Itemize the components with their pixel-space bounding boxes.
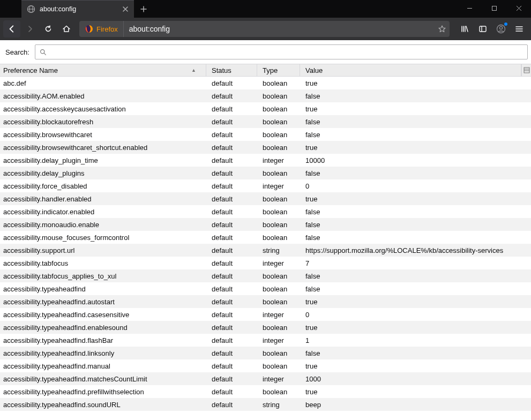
tab-favicon-globe-icon	[27, 5, 35, 13]
cell-name: accessibility.typeaheadfind.autostart	[0, 298, 206, 306]
cell-name: accessibility.tabfocus_applies_to_xul	[0, 272, 206, 280]
table-row[interactable]: accessibility.typeaheadfind.soundURLdefa…	[0, 398, 531, 411]
cell-value: 0	[300, 311, 531, 319]
table-row[interactable]: accessibility.typeaheadfind.enablesoundd…	[0, 321, 531, 334]
search-icon	[40, 49, 47, 56]
svg-point-8	[499, 26, 502, 29]
table-row[interactable]: accessibility.AOM.enableddefaultbooleanf…	[0, 89, 531, 102]
urlbar[interactable]: Firefox about:config	[79, 21, 450, 37]
cell-name: accessibility.delay_plugins	[0, 169, 206, 177]
profile-button[interactable]	[492, 20, 510, 38]
cell-status: default	[206, 195, 257, 203]
cell-type: boolean	[257, 324, 300, 332]
column-header-type-label: Type	[263, 66, 278, 74]
cell-type: integer	[257, 311, 300, 319]
window-close-button[interactable]	[506, 0, 531, 16]
back-button[interactable]	[3, 20, 20, 38]
table-row[interactable]: accessibility.typeaheadfind.casesensitiv…	[0, 308, 531, 321]
search-box[interactable]	[35, 44, 528, 59]
cell-value: false	[300, 118, 531, 126]
table-row[interactable]: accessibility.typeaheadfind.manualdefaul…	[0, 359, 531, 372]
cell-status: default	[206, 401, 257, 409]
identity-label: Firefox	[96, 25, 118, 33]
table-row[interactable]: accessibility.indicator.enableddefaultbo…	[0, 205, 531, 218]
cell-type: integer	[257, 259, 300, 267]
table-header: Preference Name ▲ Status Type Value	[0, 64, 531, 77]
svg-line-10	[44, 53, 46, 55]
cell-status: default	[206, 336, 257, 344]
table-row[interactable]: accessibility.accesskeycausesactivationd…	[0, 102, 531, 115]
column-header-status[interactable]: Status	[206, 64, 257, 76]
search-input[interactable]	[50, 48, 523, 57]
table-row[interactable]: accessibility.delay_pluginsdefaultboolea…	[0, 167, 531, 179]
cell-value: false	[300, 221, 531, 229]
column-picker-button[interactable]	[521, 64, 531, 76]
sidebar-button[interactable]	[474, 20, 491, 38]
search-label: Search:	[3, 48, 29, 56]
column-header-value[interactable]: Value	[300, 64, 521, 76]
cell-status: default	[206, 208, 257, 216]
column-header-name[interactable]: Preference Name ▲	[0, 64, 206, 76]
window-minimize-button[interactable]	[457, 0, 482, 16]
table-row[interactable]: accessibility.typeaheadfind.flashBardefa…	[0, 334, 531, 347]
new-tab-button[interactable]	[136, 2, 151, 17]
window-maximize-button[interactable]	[482, 0, 506, 16]
table-row[interactable]: accessibility.browsewithcaretdefaultbool…	[0, 128, 531, 141]
table-row[interactable]: accessibility.typeaheadfind.linksonlydef…	[0, 347, 531, 359]
preferences-table-body[interactable]: abc.defdefaultbooleantrueaccessibility.A…	[0, 77, 531, 420]
cell-type: boolean	[257, 144, 300, 152]
cell-status: default	[206, 105, 257, 113]
cell-name: accessibility.typeaheadfind.enablesound	[0, 324, 206, 332]
cell-name: accessibility.mouse_focuses_formcontrol	[0, 234, 206, 242]
cell-status: default	[206, 259, 257, 267]
table-row[interactable]: accessibility.typeaheadfinddefaultboolea…	[0, 282, 531, 295]
app-menu-button[interactable]	[511, 20, 528, 38]
cell-type: boolean	[257, 208, 300, 216]
table-row[interactable]: accessibility.typeaheadfind.matchesCount…	[0, 372, 531, 385]
cell-value: true	[300, 195, 531, 203]
cell-value: false	[300, 234, 531, 242]
cell-type: boolean	[257, 298, 300, 306]
column-header-type[interactable]: Type	[257, 64, 300, 76]
table-row[interactable]: accessibility.handler.enableddefaultbool…	[0, 192, 531, 205]
table-row[interactable]: accessibility.support.urldefaultstringht…	[0, 244, 531, 257]
cell-name: accessibility.typeaheadfind.flashBar	[0, 336, 206, 344]
table-row[interactable]: accessibility.blockautorefreshdefaultboo…	[0, 115, 531, 128]
table-row[interactable]: accessibility.typeaheadfind.prefillwiths…	[0, 385, 531, 398]
cell-type: boolean	[257, 349, 300, 357]
table-row[interactable]: accessibility.monoaudio.enabledefaultboo…	[0, 218, 531, 231]
url-text[interactable]: about:config	[124, 25, 435, 33]
cell-status: default	[206, 349, 257, 357]
cell-status: default	[206, 169, 257, 177]
table-row[interactable]: accessibility.delay_plugin_timedefaultin…	[0, 154, 531, 167]
identity-box[interactable]: Firefox	[79, 21, 124, 37]
cell-value: true	[300, 79, 531, 87]
cell-value: true	[300, 362, 531, 370]
cell-name: accessibility.typeaheadfind.casesensitiv…	[0, 311, 206, 319]
table-row[interactable]: accessibility.mouse_focuses_formcontrold…	[0, 231, 531, 244]
cell-name: accessibility.typeaheadfind.manual	[0, 362, 206, 370]
cell-status: default	[206, 92, 257, 100]
cell-name: accessibility.typeaheadfind.linksonly	[0, 349, 206, 357]
cell-value: true	[300, 298, 531, 306]
browser-tab[interactable]: about:config	[21, 0, 134, 18]
table-row[interactable]: accessibility.force_disableddefaultinteg…	[0, 179, 531, 192]
table-row[interactable]: abc.defdefaultbooleantrue	[0, 77, 531, 89]
bookmark-star-button[interactable]	[435, 25, 450, 33]
cell-type: boolean	[257, 234, 300, 242]
cell-type: boolean	[257, 221, 300, 229]
cell-status: default	[206, 79, 257, 87]
table-row[interactable]: accessibility.browsewithcaret_shortcut.e…	[0, 141, 531, 154]
library-button[interactable]	[456, 20, 473, 38]
table-row[interactable]: accessibility.typeaheadfind.autostartdef…	[0, 295, 531, 308]
home-button[interactable]	[58, 20, 75, 38]
reload-button[interactable]	[40, 20, 57, 38]
cell-status: default	[206, 131, 257, 139]
table-row[interactable]: accessibility.tabfocusdefaultinteger7	[0, 257, 531, 269]
cell-type: integer	[257, 156, 300, 164]
cell-status: default	[206, 285, 257, 293]
tab-close-button[interactable]	[121, 5, 130, 13]
cell-status: default	[206, 234, 257, 242]
cell-value: true	[300, 388, 531, 396]
table-row[interactable]: accessibility.tabfocus_applies_to_xuldef…	[0, 269, 531, 282]
